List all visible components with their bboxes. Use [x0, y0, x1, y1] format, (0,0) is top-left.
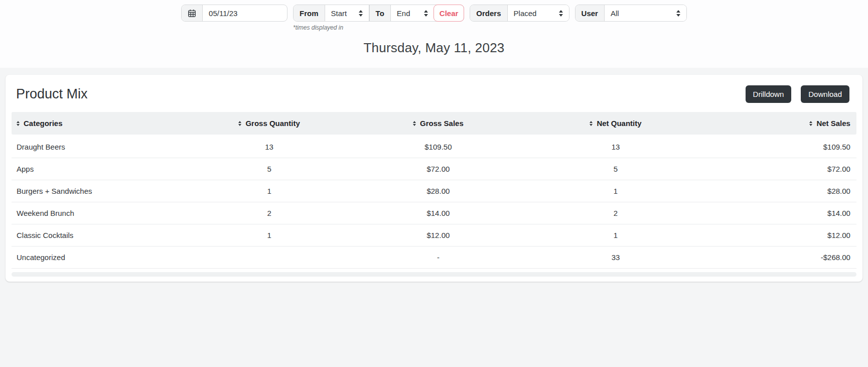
chevron-updown-icon [424, 10, 428, 17]
date-input[interactable] [203, 5, 287, 21]
cell-category: Burgers + Sandwiches [12, 187, 189, 195]
table-row[interactable]: Weekend Brunch 2 $14.00 2 $14.00 [12, 202, 856, 224]
cell-net-sales: $28.00 [704, 187, 856, 195]
cell-net-sales: $72.00 [704, 165, 856, 173]
to-label: To [369, 5, 391, 21]
column-label: Net Quantity [597, 119, 641, 128]
from-label: From [294, 5, 325, 21]
time-range-group: From Start To End Clear [293, 5, 464, 22]
cell-gross-sales: $14.00 [350, 209, 527, 217]
cell-gross-sales: - [350, 253, 527, 262]
download-button[interactable]: Download [801, 85, 849, 103]
cell-gross-sales: $72.00 [350, 165, 527, 173]
cell-category: Weekend Brunch [12, 209, 189, 217]
cell-net-quantity: 33 [527, 253, 704, 262]
content-area: Product Mix Drilldown Download Categorie… [0, 68, 868, 282]
column-header-gross-sales[interactable]: Gross Sales [350, 119, 527, 128]
cell-net-sales: $14.00 [704, 209, 856, 217]
user-label: User [575, 5, 605, 21]
cell-net-sales: $109.50 [704, 143, 856, 151]
table-row[interactable]: Apps 5 $72.00 5 $72.00 [12, 158, 856, 180]
table-row[interactable]: Draught Beers 13 $109.50 13 $109.50 [12, 136, 856, 158]
sort-icon [238, 121, 241, 126]
horizontal-scrollbar[interactable] [12, 272, 856, 277]
sort-icon [17, 121, 20, 126]
table-header-row: Categories Gross Quantity Gross Sales Ne… [12, 112, 856, 135]
cell-gross-quantity: 2 [189, 209, 350, 217]
start-time-value: Start [331, 9, 347, 18]
user-filter-group: User All [575, 5, 687, 22]
cell-gross-sales: $28.00 [350, 187, 527, 195]
card-header: Product Mix Drilldown Download [6, 75, 862, 112]
cell-net-quantity: 13 [527, 143, 704, 151]
end-time-select[interactable]: End [391, 5, 434, 21]
start-time-select[interactable]: Start [325, 5, 369, 21]
sort-icon [809, 121, 812, 126]
end-time-value: End [397, 9, 410, 18]
date-heading: Thursday, May 11, 2023 [0, 40, 868, 56]
cell-net-quantity: 1 [527, 231, 704, 239]
cell-category: Draught Beers [12, 143, 189, 151]
column-header-gross-quantity[interactable]: Gross Quantity [189, 119, 350, 128]
cell-gross-sales: $12.00 [350, 231, 527, 239]
column-label: Net Sales [816, 119, 850, 128]
card-actions: Drilldown Download [746, 85, 849, 103]
cell-category: Classic Cocktails [12, 231, 189, 239]
cell-category: Apps [12, 165, 189, 173]
cell-net-quantity: 1 [527, 187, 704, 195]
drilldown-button[interactable]: Drilldown [746, 85, 792, 103]
filters-band: From Start To End Clear *times displayed… [0, 0, 868, 68]
cell-gross-quantity: 13 [189, 143, 350, 151]
time-range-wrap: From Start To End Clear *times displayed… [293, 5, 464, 22]
chevron-updown-icon [559, 10, 563, 17]
chevron-updown-icon [359, 10, 363, 17]
orders-filter-group: Orders Placed [470, 5, 569, 22]
column-label: Gross Quantity [245, 119, 300, 128]
column-header-net-quantity[interactable]: Net Quantity [527, 119, 704, 128]
cell-gross-quantity: 1 [189, 187, 350, 195]
cell-net-sales: -$268.00 [704, 253, 856, 262]
times-note: *times displayed in [293, 24, 343, 31]
user-select[interactable]: All [605, 5, 686, 21]
page-title: Product Mix [16, 86, 88, 102]
cell-category: Uncategorized [12, 253, 189, 262]
column-label: Gross Sales [420, 119, 464, 128]
orders-value: Placed [514, 9, 537, 18]
clear-button[interactable]: Clear [433, 5, 465, 22]
sort-icon [590, 121, 593, 126]
cell-net-sales: $12.00 [704, 231, 856, 239]
orders-label: Orders [470, 5, 507, 21]
filter-toolbar: From Start To End Clear *times displayed… [0, 5, 868, 22]
orders-select[interactable]: Placed [508, 5, 569, 21]
user-value: All [611, 9, 619, 18]
table-row[interactable]: Uncategorized - 33 -$268.00 [12, 247, 856, 269]
table-row[interactable]: Burgers + Sandwiches 1 $28.00 1 $28.00 [12, 180, 856, 202]
product-mix-card: Product Mix Drilldown Download Categorie… [6, 75, 862, 282]
column-header-categories[interactable]: Categories [12, 119, 189, 128]
cell-gross-sales: $109.50 [350, 143, 527, 151]
column-label: Categories [24, 119, 63, 128]
chevron-updown-icon [676, 10, 680, 17]
date-picker-group [181, 5, 287, 22]
product-mix-table: Categories Gross Quantity Gross Sales Ne… [12, 112, 856, 277]
cell-gross-quantity: 5 [189, 165, 350, 173]
cell-net-quantity: 5 [527, 165, 704, 173]
calendar-button[interactable] [182, 5, 203, 21]
cell-gross-quantity: 1 [189, 231, 350, 239]
sort-icon [413, 121, 416, 126]
column-header-net-sales[interactable]: Net Sales [704, 119, 856, 128]
calendar-icon [188, 9, 196, 18]
table-row[interactable]: Classic Cocktails 1 $12.00 1 $12.00 [12, 224, 856, 247]
cell-net-quantity: 2 [527, 209, 704, 217]
